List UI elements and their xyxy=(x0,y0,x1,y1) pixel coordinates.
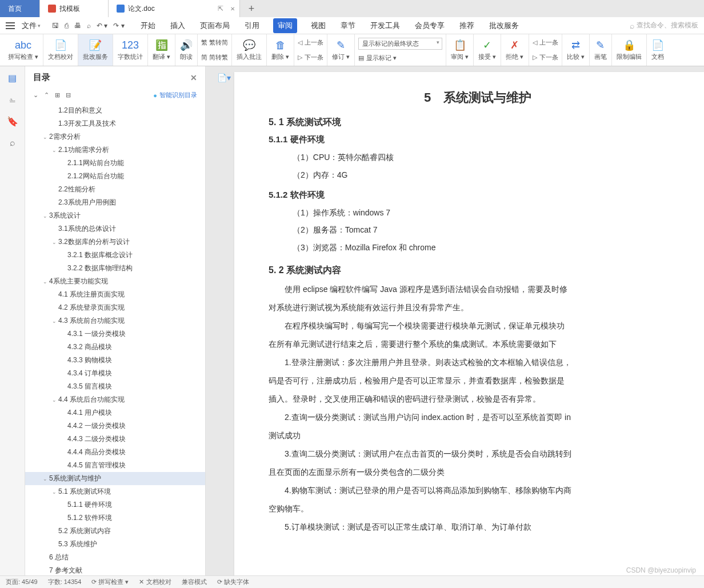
menu-页面布局[interactable]: 页面布局 xyxy=(199,18,231,33)
proofread-button[interactable]: 📄文档校对 xyxy=(43,34,78,66)
toc-item[interactable]: ⌄4系统主要功能实现 xyxy=(25,275,205,288)
toc-item[interactable]: ⌄3系统设计 xyxy=(25,209,205,222)
toc-item[interactable]: 6 总结 xyxy=(25,551,205,564)
next-change-button[interactable]: ▷下一条 xyxy=(533,53,558,62)
toc-item[interactable]: 5.1.1 硬件环境 xyxy=(25,498,205,511)
menu-会员专享[interactable]: 会员专享 xyxy=(414,18,446,33)
toc-item[interactable]: 3.2.2 数据库物理结构 xyxy=(25,262,205,275)
toc-item[interactable]: 4.2 系统登录页面实现 xyxy=(25,301,205,314)
export-icon[interactable]: ⇱ xyxy=(218,5,223,13)
delete-comment-button[interactable]: 🗑删除 ▾ xyxy=(267,34,294,66)
insert-comment-button[interactable]: 💬插入批注 xyxy=(232,34,267,66)
show-markup-button[interactable]: ▤显示标记 ▾ xyxy=(358,54,442,62)
toc-item[interactable]: ⌄2需求分析 xyxy=(25,130,205,143)
toc-list[interactable]: 1.2目的和意义1.3开发工具及技术⌄2需求分析⌄2.1功能需求分析2.1.1网… xyxy=(25,102,205,578)
simp-to-trad-button[interactable]: 简 简转繁 xyxy=(201,53,228,62)
toc-item[interactable]: 4.4.3 二级分类模块 xyxy=(25,433,205,446)
wordcount-status[interactable]: 字数: 14354 xyxy=(48,578,82,586)
document-area[interactable]: 📄▾ 5 系统测试与维护 5. 1 系统测试环境 5.1.1 硬件环境 （1）C… xyxy=(206,66,704,578)
print-icon[interactable]: 🖶 xyxy=(74,22,81,30)
prev-change-button[interactable]: ◁上一条 xyxy=(533,38,558,47)
font-status[interactable]: ⟳ 缺失字体 xyxy=(217,578,249,586)
spellcheck-button[interactable]: abc拼写检查 ▾ xyxy=(3,34,43,66)
chevron-down-icon[interactable]: ⌄ xyxy=(50,397,58,403)
toc-item[interactable]: ⌄4.4 系统后台功能实现 xyxy=(25,393,205,406)
toc-item[interactable]: 5.2 系统测试内容 xyxy=(25,525,205,538)
read-aloud-button[interactable]: 🔊朗读 xyxy=(175,34,198,66)
toc-item[interactable]: 4.3.2 商品模块 xyxy=(25,341,205,354)
toc-item[interactable]: 4.4.2 一级分类模块 xyxy=(25,419,205,433)
bookmark-icon[interactable]: 🔖 xyxy=(7,115,18,127)
new-tab-button[interactable]: + xyxy=(240,0,263,17)
toc-item[interactable]: 5.3 系统维护 xyxy=(25,538,205,551)
toc-item[interactable]: 3.2.1 数据库概念设计 xyxy=(25,249,205,262)
command-search[interactable]: 查找命令、搜索模板 xyxy=(630,21,698,30)
menu-开发工具[interactable]: 开发工具 xyxy=(369,18,401,33)
spellcheck-status[interactable]: ⟳ 拼写检查 ▾ xyxy=(91,578,129,586)
correction-service-button[interactable]: 📝批改服务 xyxy=(78,34,113,66)
track-changes-button[interactable]: ✎修订 ▾ xyxy=(327,34,355,66)
toc-item[interactable]: 4.3.5 留言模块 xyxy=(25,380,205,393)
toc-collapse-icon[interactable]: ⌄ xyxy=(33,91,38,99)
prev-comment-button[interactable]: ◁上一条 xyxy=(298,38,323,47)
toc-item[interactable]: 3.1系统的总体设计 xyxy=(25,222,205,235)
toc-item[interactable]: 4.4.1 用户模块 xyxy=(25,406,205,419)
toc-item[interactable]: ⌄3.2数据库的分析与设计 xyxy=(25,235,205,249)
menu-开始[interactable]: 开始 xyxy=(139,18,157,33)
page-status[interactable]: 页面: 45/49 xyxy=(6,578,38,586)
tab-template[interactable]: 找模板 xyxy=(40,0,109,17)
toc-item[interactable]: 1.3开发工具及技术 xyxy=(25,117,205,130)
menu-引用[interactable]: 引用 xyxy=(243,18,261,33)
chevron-down-icon[interactable]: ⌄ xyxy=(41,134,49,140)
toc-item[interactable]: 2.2性能分析 xyxy=(25,183,205,196)
save-icon[interactable]: 🖫 xyxy=(52,22,59,30)
chevron-down-icon[interactable]: ⌄ xyxy=(41,279,49,285)
toc-item[interactable]: 4.3.1 一级分类模块 xyxy=(25,327,205,341)
toc-close-button[interactable]: ✕ xyxy=(190,73,197,82)
compare-button[interactable]: ⇄比较 ▾ xyxy=(562,34,590,66)
export-icon[interactable]: ⎙ xyxy=(65,22,69,30)
menu-插入[interactable]: 插入 xyxy=(169,18,186,33)
doc-edit-button[interactable]: 📄文档 xyxy=(647,34,669,66)
redo-icon[interactable]: ↷ ▾ xyxy=(113,22,124,30)
chevron-down-icon[interactable]: ⌄ xyxy=(50,489,58,495)
accept-button[interactable]: ✓接受 ▾ xyxy=(474,34,501,66)
toc-item[interactable]: 2.1.2网站后台功能 xyxy=(25,170,205,183)
chevron-down-icon[interactable]: ⌄ xyxy=(50,318,58,324)
preview-icon[interactable]: ⌕ xyxy=(87,22,91,30)
toc-item[interactable]: 4.3.4 订单模块 xyxy=(25,367,205,380)
toc-item[interactable]: 2.1.1网站前台功能 xyxy=(25,157,205,170)
hamburger-icon[interactable] xyxy=(6,22,15,29)
toc-item[interactable]: ⌄5.1 系统测试环境 xyxy=(25,485,205,498)
search-icon[interactable]: ⌕ xyxy=(7,137,18,149)
menu-审阅[interactable]: 审阅 xyxy=(273,18,297,33)
bookmark-nav-icon[interactable]: ⎁ xyxy=(7,94,18,105)
toc-item[interactable]: 1.2目的和意义 xyxy=(25,104,205,117)
chevron-down-icon[interactable]: ⌄ xyxy=(41,476,49,482)
close-tab-icon[interactable]: ✕ xyxy=(230,6,235,12)
trad-to-simp-button[interactable]: 繁 繁转简 xyxy=(201,38,228,47)
chevron-down-icon[interactable]: ⌄ xyxy=(50,239,58,245)
undo-icon[interactable]: ↶ ▾ xyxy=(97,22,107,30)
wordcount-button[interactable]: 123字数统计 xyxy=(113,34,148,66)
restrict-edit-button[interactable]: 🔒限制编辑 xyxy=(612,34,647,66)
chevron-down-icon[interactable]: ⌄ xyxy=(50,147,58,153)
toc-item[interactable]: 4.4.5 留言管理模块 xyxy=(25,459,205,472)
menu-批改服务[interactable]: 批改服务 xyxy=(488,18,520,33)
next-comment-button[interactable]: ▷下一条 xyxy=(298,53,323,62)
display-mode-dropdown[interactable]: 显示标记的最终状态 xyxy=(358,38,442,50)
menu-章节[interactable]: 章节 xyxy=(339,18,357,33)
toc-item[interactable]: 5.1.2 软件环境 xyxy=(25,511,205,525)
reject-button[interactable]: ✗拒绝 ▾ xyxy=(501,34,529,66)
proof-status[interactable]: ✕ 文档校对 xyxy=(139,578,171,586)
toc-item[interactable]: 2.3系统用户用例图 xyxy=(25,196,205,209)
toc-smart-button[interactable]: 智能识别目录 xyxy=(153,91,197,99)
toc-add-icon[interactable]: ⊞ xyxy=(55,91,60,99)
toc-expand-icon[interactable]: ⌃ xyxy=(44,91,49,99)
toc-item[interactable]: ⌄5系统测试与维护 xyxy=(25,472,205,485)
menu-视图[interactable]: 视图 xyxy=(310,18,327,33)
toc-item[interactable]: ⌄4.3 系统前台功能实现 xyxy=(25,314,205,327)
tab-home[interactable]: 首页 xyxy=(0,0,40,17)
translate-button[interactable]: 🈯翻译 ▾ xyxy=(148,34,175,66)
toc-item[interactable]: 4.1 系统注册页面实现 xyxy=(25,288,205,301)
